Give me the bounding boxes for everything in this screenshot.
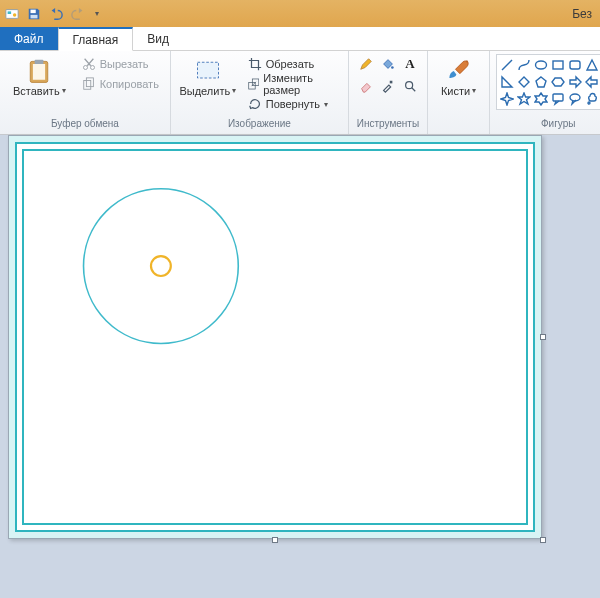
zoom-tool[interactable] [399,76,421,96]
resize-handle-e[interactable] [540,334,546,340]
text-tool[interactable]: A [399,54,421,74]
window-title: Без [99,7,596,21]
picker-tool[interactable] [377,76,399,96]
bucket-icon [381,57,395,71]
canvas-drawing [24,151,526,524]
drawn-circle-large [84,189,239,344]
brush-icon [444,57,474,85]
tab-home[interactable]: Главная [58,27,134,51]
group-brushes-label [434,118,483,134]
shape-arrow-left[interactable] [584,74,600,90]
magnifier-icon [403,79,417,93]
fill-tool[interactable] [377,54,399,74]
resize-button[interactable]: Изменить размер [243,74,342,94]
app-icon [4,6,20,22]
svg-point-18 [536,61,547,69]
shape-callout-rect[interactable] [550,91,566,107]
titlebar: ▾ Без [0,0,600,27]
group-shapes: Фигуры [490,51,600,134]
group-tools-label: Инструменты [355,118,421,134]
svg-point-15 [391,66,394,69]
group-clipboard-label: Буфер обмена [6,118,164,134]
svg-rect-12 [197,62,218,78]
shape-callout-oval[interactable] [567,91,583,107]
svg-rect-20 [570,61,580,69]
clipboard-icon [24,57,54,85]
group-image-label: Изображение [177,118,342,134]
svg-rect-11 [86,78,93,87]
canvas[interactable] [8,135,542,539]
undo-icon[interactable] [48,6,64,22]
svg-rect-7 [35,60,44,64]
rotate-button[interactable]: Повернуть ▾ [243,94,342,114]
crop-label: Обрезать [266,58,315,70]
group-shapes-label: Фигуры [496,118,600,134]
copy-icon [82,77,96,91]
eyedropper-icon [381,79,395,93]
workspace[interactable] [0,135,600,598]
cut-label: Вырезать [100,58,149,70]
shape-arrow-right[interactable] [567,74,583,90]
svg-rect-10 [83,81,90,90]
resize-label: Изменить размер [263,72,337,96]
shape-oval[interactable] [533,57,549,73]
shape-roundrect[interactable] [567,57,583,73]
tab-view[interactable]: Вид [133,27,183,50]
shapes-gallery [496,54,600,110]
canvas-border-outer [15,142,535,532]
svg-rect-4 [31,14,38,18]
select-button[interactable]: Выделить▾ [177,54,239,100]
svg-point-23 [588,102,590,104]
ribbon: Вставить▾ Вырезать Копировать Буфер обме… [0,51,600,135]
shape-callout-cloud[interactable] [584,91,600,107]
shape-polygon[interactable] [584,57,600,73]
canvas-border-inner [22,149,528,525]
resize-icon [248,77,260,91]
shape-line[interactable] [499,57,515,73]
ribbon-tabs: Файл Главная Вид [0,27,600,51]
shape-star5[interactable] [516,91,532,107]
select-rect-icon [193,57,223,85]
rotate-label: Повернуть [266,98,320,110]
resize-handle-s[interactable] [272,537,278,543]
quick-access-toolbar: ▾ [4,6,99,22]
svg-rect-19 [553,61,563,69]
scissors-icon [82,57,96,71]
shape-right-triangle[interactable] [499,74,515,90]
copy-label: Копировать [100,78,159,90]
svg-point-8 [83,65,87,69]
shape-rect[interactable] [550,57,566,73]
shape-star6[interactable] [533,91,549,107]
brushes-label: Кисти [441,85,470,97]
svg-rect-16 [390,81,393,84]
chevron-down-icon: ▾ [472,85,476,97]
brushes-button[interactable]: Кисти▾ [434,54,483,100]
shape-diamond[interactable] [516,74,532,90]
paste-button[interactable]: Вставить▾ [6,54,73,100]
resize-handle-se[interactable] [540,537,546,543]
eraser-icon [359,79,373,93]
group-clipboard: Вставить▾ Вырезать Копировать Буфер обме… [0,51,171,134]
redo-icon[interactable] [70,6,86,22]
svg-point-17 [406,82,413,89]
cut-button: Вырезать [77,54,164,74]
pencil-icon [359,57,373,71]
tab-file[interactable]: Файл [0,27,58,50]
crop-button[interactable]: Обрезать [243,54,342,74]
svg-rect-1 [8,11,12,14]
svg-point-22 [570,94,580,101]
group-brushes: Кисти▾ [428,51,490,134]
pencil-tool[interactable] [355,54,377,74]
svg-rect-3 [31,9,36,13]
shape-hexagon[interactable] [550,74,566,90]
shape-curve[interactable] [516,57,532,73]
save-icon[interactable] [26,6,42,22]
copy-button: Копировать [77,74,164,94]
eraser-tool[interactable] [355,76,377,96]
shape-pentagon[interactable] [533,74,549,90]
chevron-down-icon: ▾ [232,85,236,97]
text-icon: A [405,56,414,72]
shape-star4[interactable] [499,91,515,107]
chevron-down-icon: ▾ [324,100,328,109]
svg-rect-6 [33,64,45,80]
